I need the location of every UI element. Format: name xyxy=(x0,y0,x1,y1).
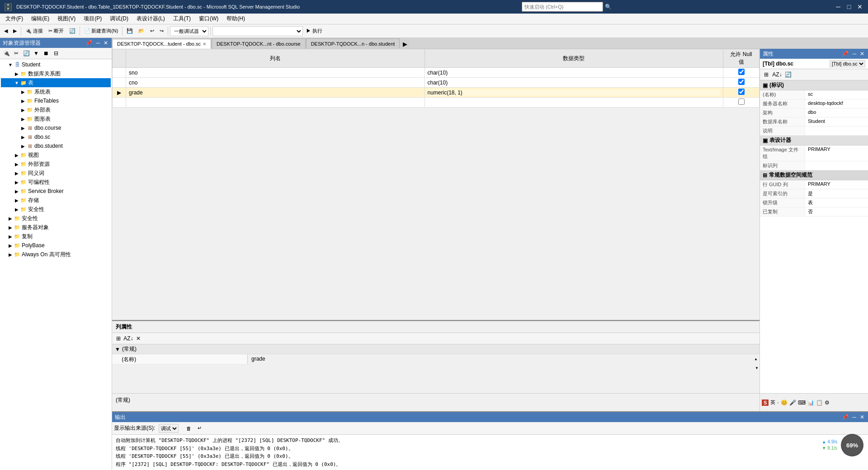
col-name-input-empty[interactable] xyxy=(129,99,422,106)
menu-file[interactable]: 文件(F) xyxy=(2,14,27,24)
col-name-input-grade[interactable] xyxy=(129,89,422,96)
tree-row-dbo-course[interactable]: ▶ ⊞ dbo.course xyxy=(1,123,111,132)
col-prop-alpha-btn[interactable]: AZ↓ xyxy=(124,334,133,343)
toggle-filetables[interactable]: ▶ xyxy=(20,99,26,103)
tree-row-dbo-sc[interactable]: ▶ ⊞ dbo.sc xyxy=(1,132,111,141)
col-prop-categories-btn[interactable]: ⊞ xyxy=(114,334,123,343)
toggle-external-resources[interactable]: ▶ xyxy=(14,162,20,167)
toggle-programmability[interactable]: ▶ xyxy=(14,180,20,185)
menu-table-designer[interactable]: 表设计器(L) xyxy=(133,14,169,24)
output-wrap-btn[interactable]: ↵ xyxy=(195,423,204,434)
prop-categories-btn[interactable]: ⊞ xyxy=(762,70,771,79)
close-button[interactable]: ✕ xyxy=(855,2,864,11)
menu-edit[interactable]: 编辑(E) xyxy=(28,14,53,24)
tree-row-replication[interactable]: ▶ 📁 复制 xyxy=(1,232,111,241)
tree-toggle-student[interactable]: ▼ xyxy=(7,62,14,67)
prop-panel-pin[interactable]: 📌 xyxy=(841,51,849,57)
prop-panel-minimize[interactable]: ─ xyxy=(851,51,857,57)
prop-section-general[interactable]: ▼ (常规) xyxy=(112,344,760,354)
tab-dbo-course[interactable]: DESKTOP-TQDOCK...nt - dbo.course xyxy=(212,38,306,48)
col-prop-clear-btn[interactable]: ✕ xyxy=(134,334,143,343)
properties-object-select[interactable]: [Tbl] dbo.sc xyxy=(830,60,865,67)
tree-row-db-diagram[interactable]: ▶ 📁 数据库关系图 xyxy=(1,69,111,78)
panel-pin-button[interactable]: 📌 xyxy=(85,40,93,46)
tab-scroll-right[interactable]: ▶ xyxy=(400,40,410,48)
toggle-external-tables[interactable]: ▶ xyxy=(20,108,26,113)
prop-alpha-btn[interactable]: AZ↓ xyxy=(773,70,782,79)
tree-row-polybase[interactable]: ▶ 📁 PolyBase xyxy=(1,241,111,250)
toolbar-disconnect[interactable]: ✂ 断开 xyxy=(46,26,66,37)
oe-stop-button[interactable]: ⏹ xyxy=(42,49,51,58)
quick-launch-input[interactable] xyxy=(522,2,603,12)
toggle-polybase[interactable]: ▶ xyxy=(7,243,14,248)
rprop-section-table-designer[interactable]: ▣ 表设计器 xyxy=(760,136,868,146)
tree-row-dbo-student[interactable]: ▶ ⊞ dbo.student xyxy=(1,141,111,150)
col-nullable-cno[interactable] xyxy=(723,78,760,88)
panel-minimize-button[interactable]: ─ xyxy=(95,40,101,46)
prop-scroll-up[interactable]: ▲ xyxy=(752,354,760,364)
toggle-views[interactable]: ▶ xyxy=(14,153,20,158)
toggle-dbo-sc[interactable]: ▶ xyxy=(20,135,26,140)
col-name-empty[interactable] xyxy=(126,98,425,108)
toggle-dbo-student[interactable]: ▶ xyxy=(20,144,26,149)
toolbar-connect[interactable]: 🔌 连接 xyxy=(23,26,45,37)
toolbar-save[interactable]: 💾 xyxy=(124,26,135,37)
prop-panel-close[interactable]: ✕ xyxy=(859,51,865,57)
rprop-section-data-space[interactable]: ⊞ 常规数据空间规范 xyxy=(760,170,868,180)
tree-row-server-objects[interactable]: ▶ 📁 服务器对象 xyxy=(1,223,111,232)
toggle-graph-tables[interactable]: ▶ xyxy=(20,117,26,122)
menu-window[interactable]: 窗口(W) xyxy=(195,14,222,24)
nullable-cb-empty[interactable] xyxy=(738,99,745,105)
tree-row-service-broker[interactable]: ▶ 📁 Service Broker xyxy=(1,187,111,196)
col-name-input-cno[interactable] xyxy=(129,80,422,86)
output-clear-btn[interactable]: 🗑 xyxy=(184,423,193,434)
output-source-select[interactable]: 调试 生成 常规 xyxy=(159,424,179,433)
toolbar-refresh[interactable]: 🔄 xyxy=(67,26,78,37)
oe-connect-button[interactable]: 🔌 xyxy=(2,49,11,58)
tree-row-student[interactable]: ▼ 🗄 Student xyxy=(1,60,111,69)
toggle-replication[interactable]: ▶ xyxy=(7,234,14,239)
col-nullable-grade[interactable] xyxy=(723,88,760,98)
prop-scroll-down[interactable]: ▼ xyxy=(755,366,759,370)
col-type-cno[interactable] xyxy=(425,78,723,88)
debug-dropdown[interactable]: 一般调试器 xyxy=(170,26,208,36)
toggle-db-diagram[interactable]: ▶ xyxy=(14,71,20,76)
output-panel-close[interactable]: ✕ xyxy=(859,414,865,420)
menu-project[interactable]: 项目(P) xyxy=(80,14,105,24)
toolbar-open[interactable]: 📂 xyxy=(136,26,147,37)
col-type-input-empty[interactable] xyxy=(428,99,721,106)
col-type-input-cno[interactable] xyxy=(428,80,721,86)
col-type-empty[interactable] xyxy=(425,98,723,108)
new-query-button[interactable]: 📄 新建查询(N) xyxy=(82,26,120,37)
output-panel-minimize[interactable]: ─ xyxy=(851,414,857,420)
output-panel-pin[interactable]: 📌 xyxy=(841,414,849,420)
panel-close-button[interactable]: ✕ xyxy=(103,40,109,46)
col-name-input-sno[interactable] xyxy=(129,70,422,76)
tree-row-graph-tables[interactable]: ▶ 📁 图形表 xyxy=(1,114,111,123)
oe-collapse-button[interactable]: ⊟ xyxy=(52,49,61,58)
tree-row-views[interactable]: ▶ 📁 视图 xyxy=(1,150,111,160)
rprop-section-identity[interactable]: ▣ (标识) xyxy=(760,80,868,90)
server-dropdown[interactable] xyxy=(212,26,303,36)
nullable-cb-grade[interactable] xyxy=(738,89,745,95)
maximize-button[interactable]: □ xyxy=(844,2,854,11)
oe-disconnect-button[interactable]: ✂ xyxy=(12,49,21,58)
tree-row-tables[interactable]: ▼ 📁 表 xyxy=(1,78,111,87)
menu-view[interactable]: 视图(V) xyxy=(54,14,79,24)
col-type-input-grade[interactable] xyxy=(428,89,721,96)
toggle-always-on[interactable]: ▶ xyxy=(7,252,14,257)
execute-button[interactable]: ▶ 执行 xyxy=(304,26,325,37)
toggle-server-objects[interactable]: ▶ xyxy=(7,225,14,230)
tab-dbo-sc[interactable]: DESKTOP-TQDOCK...tudent - dbo.sc ✕ xyxy=(112,39,211,49)
tree-row-programmability[interactable]: ▶ 📁 可编程性 xyxy=(1,178,111,187)
oe-refresh-button[interactable]: 🔄 xyxy=(22,49,31,58)
tab-dbo-student[interactable]: DESKTOP-TQDOCK...n - dbo.student xyxy=(306,38,400,48)
tree-row-system-tables[interactable]: ▶ 📁 系统表 xyxy=(1,87,111,96)
toolbar-forward[interactable]: ▶ xyxy=(11,26,19,37)
prop-refresh-btn[interactable]: 🔄 xyxy=(783,70,793,79)
toggle-system-tables[interactable]: ▶ xyxy=(20,89,26,94)
toolbar-undo[interactable]: ↩ xyxy=(148,26,156,37)
col-name-cno[interactable] xyxy=(126,78,425,88)
tree-row-synonyms[interactable]: ▶ 📁 同义词 xyxy=(1,169,111,178)
toggle-storage[interactable]: ▶ xyxy=(14,198,20,203)
